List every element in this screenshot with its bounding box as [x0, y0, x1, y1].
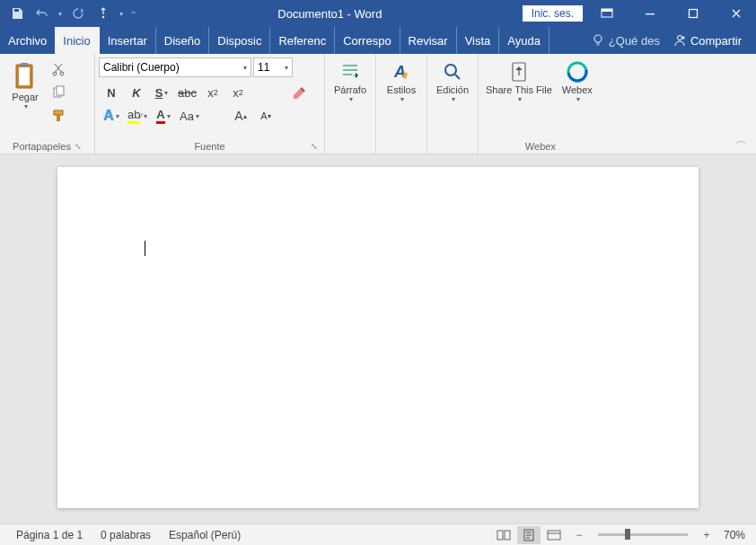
collapse-ribbon-icon[interactable]: ︿ — [736, 133, 747, 148]
svg-rect-15 — [57, 115, 60, 121]
tell-me-search[interactable]: ¿Qué des — [591, 33, 660, 48]
upload-file-icon — [506, 59, 532, 84]
change-case-button[interactable]: Aa▾ — [176, 104, 203, 127]
svg-rect-21 — [497, 531, 503, 540]
page-status[interactable]: Página 1 de 1 — [7, 529, 92, 541]
tab-insertar[interactable]: Insertar — [100, 27, 156, 54]
svg-rect-14 — [54, 110, 63, 115]
styles-button[interactable]: A Estilos ▾ — [380, 57, 423, 105]
group-font: Calibri (Cuerpo) ▾ 11 ▾ N K S▾ abc x2 x2 — [95, 54, 325, 154]
subscript-button[interactable]: x2 — [200, 81, 225, 104]
copy-icon[interactable] — [48, 83, 68, 102]
redo-icon[interactable] — [66, 2, 90, 25]
language-status[interactable]: Español (Perú) — [160, 529, 250, 541]
svg-rect-22 — [505, 531, 510, 540]
clear-formatting-icon[interactable] — [286, 81, 312, 104]
word-count[interactable]: 0 palabras — [92, 529, 160, 541]
tab-ayuda[interactable]: Ayuda — [499, 27, 549, 54]
webex-icon — [565, 59, 590, 84]
tab-file[interactable]: Archivo — [0, 27, 55, 54]
qat-customize-icon[interactable]: ⁼ — [127, 2, 138, 25]
strikethrough-button[interactable]: abc — [174, 81, 200, 104]
grow-font-button[interactable]: A▴ — [228, 104, 253, 127]
title-right: Inic. ses. — [522, 0, 756, 27]
font-name-select[interactable]: Calibri (Cuerpo) ▾ — [99, 57, 251, 77]
undo-dropdown-icon[interactable]: ▾ — [56, 2, 65, 25]
tab-referencias[interactable]: Referenc — [270, 27, 335, 54]
zoom-thumb[interactable] — [625, 529, 630, 540]
font-color-button[interactable]: A▾ — [151, 104, 176, 127]
ribbon-tabs: Archivo Inicio Insertar Diseño Disposic … — [0, 27, 756, 54]
tab-vista[interactable]: Vista — [457, 27, 500, 54]
undo-icon[interactable] — [31, 2, 54, 25]
zoom-out-icon[interactable]: − — [567, 526, 591, 544]
tab-diseno[interactable]: Diseño — [156, 27, 209, 54]
webex-label: Webex — [562, 84, 593, 95]
lightbulb-icon — [591, 33, 605, 48]
svg-rect-24 — [548, 531, 560, 540]
superscript-button[interactable]: x2 — [225, 81, 251, 104]
search-icon — [440, 59, 465, 84]
touch-dropdown-icon[interactable]: ▾ — [117, 2, 126, 25]
font-label: Fuente ⤡ — [99, 139, 321, 154]
status-bar: Página 1 de 1 0 palabras Español (Perú) … — [0, 523, 756, 545]
font-size-select[interactable]: 11 ▾ — [253, 57, 293, 77]
window-title: Documento1 - Word — [138, 7, 522, 21]
group-paragraph: Párrafo ▾ — [325, 54, 376, 154]
editing-button[interactable]: Edición ▾ — [431, 57, 474, 105]
shrink-font-button[interactable]: A▾ — [253, 104, 278, 127]
svg-rect-9 — [21, 63, 28, 67]
font-launcher-icon[interactable]: ⤡ — [311, 142, 318, 151]
text-effects-button[interactable]: A▾ — [99, 104, 124, 127]
svg-rect-2 — [602, 9, 612, 12]
svg-text:A: A — [393, 63, 406, 81]
italic-button[interactable]: K — [124, 81, 149, 104]
paragraph-button[interactable]: Párrafo ▾ — [329, 57, 372, 105]
share-this-file-button[interactable]: Share This File ▾ — [482, 57, 556, 105]
webex-button[interactable]: Webex ▾ — [556, 57, 599, 105]
share-file-label: Share This File — [486, 84, 552, 95]
group-styles: A Estilos ▾ — [376, 54, 427, 154]
font-size-value: 11 — [258, 61, 269, 74]
zoom-slider[interactable] — [598, 533, 688, 536]
read-mode-icon[interactable] — [492, 526, 515, 544]
minimize-icon[interactable] — [630, 0, 670, 27]
tab-disposicion[interactable]: Disposic — [209, 27, 270, 54]
svg-point-0 — [102, 16, 104, 18]
tab-correspondencia[interactable]: Correspo — [335, 27, 400, 54]
text-cursor — [145, 241, 145, 256]
paste-button[interactable]: Pegar ▾ — [4, 57, 47, 112]
svg-rect-3 — [646, 13, 655, 14]
ribbon-display-icon[interactable] — [587, 0, 627, 27]
document-page[interactable] — [57, 167, 699, 508]
touch-mode-icon[interactable] — [92, 2, 115, 25]
group-clipboard: Pegar ▾ Portapapeles ⤡ — [0, 54, 95, 154]
cut-icon[interactable] — [48, 59, 68, 79]
maximize-icon[interactable] — [673, 0, 713, 27]
share-button[interactable]: Compartir — [665, 33, 749, 48]
styles-label: Estilos — [387, 84, 416, 95]
highlight-button[interactable]: ab⁄▾ — [124, 104, 151, 127]
clipboard-launcher-icon[interactable]: ⤡ — [75, 142, 82, 151]
signin-button[interactable]: Inic. ses. — [522, 4, 584, 22]
save-icon[interactable] — [5, 2, 29, 25]
web-layout-icon[interactable] — [542, 526, 566, 544]
print-layout-icon[interactable] — [517, 526, 541, 544]
tab-revisar[interactable]: Revisar — [400, 27, 457, 54]
chevron-down-icon: ▾ — [243, 64, 247, 72]
tab-inicio[interactable]: Inicio — [55, 27, 99, 54]
zoom-level[interactable]: 70% — [720, 529, 749, 541]
svg-rect-8 — [19, 67, 30, 85]
chevron-down-icon: ▾ — [24, 102, 28, 110]
svg-point-6 — [677, 36, 681, 40]
chevron-down-icon: ▾ — [349, 95, 353, 103]
tell-me-placeholder: ¿Qué des — [609, 34, 660, 48]
zoom-in-icon[interactable]: + — [695, 526, 718, 544]
format-painter-icon[interactable] — [48, 106, 68, 126]
chevron-down-icon: ▾ — [576, 95, 580, 103]
editing-label: Edición — [436, 84, 469, 95]
paragraph-label: Párrafo — [334, 84, 366, 95]
close-icon[interactable] — [716, 0, 756, 27]
bold-button[interactable]: N — [99, 81, 124, 104]
underline-button[interactable]: S▾ — [149, 81, 174, 104]
